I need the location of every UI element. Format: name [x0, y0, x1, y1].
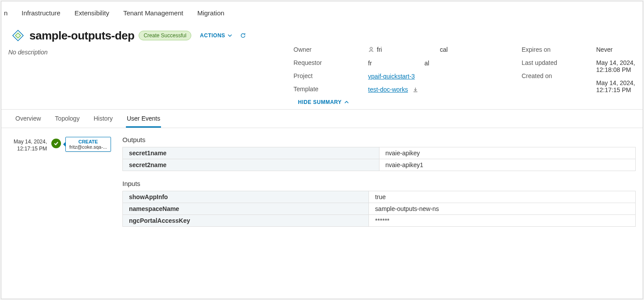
- input-key: ngcPortalAccessKey: [123, 215, 369, 227]
- event-action: CREATE: [69, 139, 107, 144]
- project-value: vpaif-quickstart-3: [368, 73, 504, 80]
- requestor-redacted: [372, 59, 425, 65]
- table-row: showAppInfo true: [123, 191, 636, 203]
- input-value: true: [369, 191, 636, 203]
- created-on-label: Created on: [522, 72, 579, 79]
- hide-summary-row: HIDE SUMMARY: [11, 96, 636, 109]
- download-icon[interactable]: [412, 87, 419, 93]
- requestor-text-prefix: fr: [368, 60, 372, 67]
- success-icon: [51, 139, 61, 148]
- requestor-value: fral: [368, 59, 504, 67]
- input-key: namespaceName: [123, 203, 369, 215]
- last-updated-label: Last updated: [522, 59, 579, 66]
- event-timestamp: May 14, 2024, 12:17:15 PM: [14, 136, 47, 152]
- input-value: sample-outputs-new-ns: [369, 203, 636, 215]
- event-timestamp-date: May 14, 2024,: [14, 139, 47, 146]
- summary-section: No description Owner Requestor Project T…: [11, 46, 636, 96]
- event-card[interactable]: CREATE fritz@coke.sqa-...: [65, 137, 111, 152]
- owner-label: Owner: [293, 46, 351, 53]
- inputs-table: showAppInfo true namespaceName sample-ou…: [122, 191, 636, 227]
- event-timeline: May 14, 2024, 12:17:15 PM CREATE fritz@c…: [14, 136, 114, 236]
- actions-dropdown[interactable]: ACTIONS: [200, 32, 233, 39]
- last-updated-value: May 14, 2024, 12:18:08 PM: [596, 59, 636, 73]
- nav-item-tenant-management[interactable]: Tenant Management: [123, 9, 183, 17]
- top-nav: n Infrastructure Extensibility Tenant Ma…: [1, 1, 643, 24]
- nav-item-migration[interactable]: Migration: [197, 9, 225, 17]
- requestor-text-suffix: al: [425, 60, 429, 67]
- expires-on-label: Expires on: [522, 46, 579, 53]
- deployment-icon: [11, 29, 25, 43]
- owner-text-suffix: cal: [440, 46, 448, 53]
- project-label: Project: [293, 72, 351, 79]
- event-details: Outputs secret1name nvaie-apikey secret2…: [122, 136, 636, 236]
- nav-item-extensibility[interactable]: Extensibility: [75, 9, 109, 17]
- title-row: sample-outputs-dep Create Successful ACT…: [11, 29, 636, 43]
- page-title: sample-outputs-dep: [29, 29, 134, 43]
- event-timestamp-time: 12:17:15 PM: [14, 146, 47, 153]
- input-key: showAppInfo: [123, 191, 369, 203]
- table-row: ngcPortalAccessKey ******: [123, 215, 636, 227]
- tabs: Overview Topology History User Events: [1, 110, 643, 128]
- input-value: ******: [369, 215, 636, 227]
- outputs-table: secret1name nvaie-apikey secret2name nva…: [122, 147, 636, 171]
- chevron-up-icon: [344, 100, 349, 104]
- output-value: nvaie-apikey1: [379, 159, 636, 171]
- tab-user-events[interactable]: User Events: [126, 110, 161, 128]
- template-value: test-doc-works: [368, 86, 504, 93]
- owner-value: frical: [368, 46, 504, 53]
- template-link[interactable]: test-doc-works: [368, 86, 408, 93]
- template-label: Template: [293, 86, 351, 93]
- user-icon: [368, 46, 374, 53]
- created-on-value: May 14, 2024, 12:17:15 PM: [596, 79, 636, 93]
- output-key: secret2name: [123, 159, 379, 171]
- table-row: secret1name nvaie-apikey: [123, 147, 636, 159]
- description: No description: [8, 46, 293, 93]
- inputs-heading: Inputs: [122, 180, 636, 187]
- nav-item-infrastructure[interactable]: Infrastructure: [21, 9, 60, 17]
- svg-point-0: [370, 47, 372, 50]
- project-link[interactable]: vpaif-quickstart-3: [368, 73, 415, 80]
- hide-summary-label: HIDE SUMMARY: [298, 99, 342, 105]
- owner-redacted: [385, 46, 437, 53]
- expires-on-value: Never: [596, 46, 636, 53]
- chevron-down-icon: [228, 33, 232, 38]
- status-badge: Create Successful: [139, 31, 191, 40]
- nav-item-partial[interactable]: n: [4, 9, 7, 17]
- refresh-icon: [240, 32, 246, 39]
- requestor-label: Requestor: [293, 59, 351, 66]
- event-user: fritz@coke.sqa-...: [69, 144, 107, 150]
- app-window: n Infrastructure Extensibility Tenant Ma…: [1, 1, 643, 299]
- output-value: nvaie-apikey: [379, 147, 636, 159]
- tab-topology[interactable]: Topology: [54, 110, 80, 128]
- table-row: namespaceName sample-outputs-new-ns: [123, 203, 636, 215]
- actions-label: ACTIONS: [200, 32, 225, 39]
- tab-history[interactable]: History: [93, 110, 114, 128]
- owner-text-prefix: fri: [377, 46, 382, 53]
- page-header: sample-outputs-dep Create Successful ACT…: [1, 24, 643, 110]
- table-row: secret2name nvaie-apikey1: [123, 159, 636, 171]
- summary-grid: Owner Requestor Project Template frical …: [293, 46, 636, 93]
- hide-summary-button[interactable]: HIDE SUMMARY: [298, 99, 349, 105]
- tab-overview[interactable]: Overview: [14, 110, 42, 128]
- output-key: secret1name: [123, 147, 379, 159]
- outputs-heading: Outputs: [122, 136, 636, 143]
- content: May 14, 2024, 12:17:15 PM CREATE fritz@c…: [1, 128, 643, 236]
- refresh-button[interactable]: [240, 32, 246, 39]
